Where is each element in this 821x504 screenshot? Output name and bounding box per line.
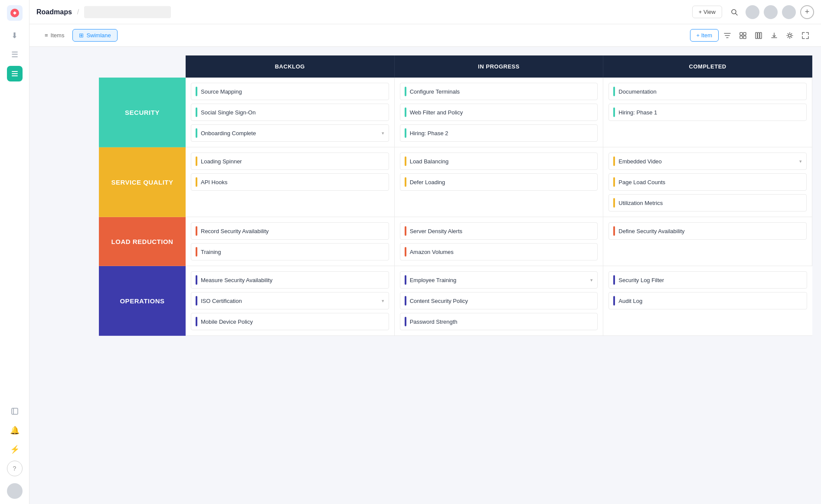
- card-define-security[interactable]: Define Security Availability: [608, 222, 807, 240]
- user-avatar-2[interactable]: [764, 5, 778, 19]
- card-accent: [196, 226, 197, 236]
- lane-operations-completed: Security Log Filter Audit Log: [603, 266, 812, 336]
- card-training[interactable]: Training: [191, 243, 389, 260]
- lane-security-backlog: Source Mapping Social Single Sign-On Onb…: [186, 78, 395, 147]
- user-avatar-3[interactable]: [782, 5, 796, 19]
- card-web-filter[interactable]: Web Filter and Policy: [400, 104, 598, 121]
- bell-icon[interactable]: 🔔: [7, 423, 23, 438]
- card-page-load-counts[interactable]: Page Load Counts: [608, 173, 807, 191]
- card-text: Amazon Volumes: [410, 249, 593, 255]
- card-accent: [613, 198, 615, 208]
- card-measure-security[interactable]: Measure Security Availability: [191, 271, 389, 289]
- settings-icon[interactable]: [783, 29, 797, 42]
- search-button[interactable]: [727, 5, 741, 19]
- card-accent: [613, 87, 615, 96]
- lane-operations-in-progress: Employee Training ▾ Content Security Pol…: [395, 266, 604, 336]
- card-iso-certification[interactable]: ISO Certification ▾: [191, 292, 389, 309]
- add-item-button[interactable]: + Item: [690, 29, 719, 42]
- svg-rect-10: [740, 36, 742, 39]
- card-api-hooks[interactable]: API Hooks: [191, 173, 389, 191]
- user-avatar-1[interactable]: [746, 5, 759, 19]
- card-utilization-metrics[interactable]: Utilization Metrics: [608, 194, 807, 211]
- col-header-in-progress: IN PROGRESS: [395, 55, 604, 78]
- card-server-density[interactable]: Server Density Alerts: [400, 222, 598, 240]
- app-header: Roadmaps / + View +: [29, 0, 821, 24]
- card-loading-spinner[interactable]: Loading Spinner: [191, 153, 389, 170]
- main-content: Roadmaps / + View + ≡ Items ⊞ Swimlane +…: [29, 0, 821, 504]
- card-load-balancing[interactable]: Load Balancing: [400, 153, 598, 170]
- card-defer-loading[interactable]: Defer Loading: [400, 173, 598, 191]
- roadmap-icon[interactable]: [7, 66, 23, 81]
- swimlane-icon: ⊞: [79, 32, 84, 39]
- card-text: Utilization Metrics: [618, 200, 802, 206]
- user-avatar[interactable]: [7, 483, 23, 499]
- group-icon[interactable]: [736, 29, 750, 42]
- tab-swimlane[interactable]: ⊞ Swimlane: [72, 29, 117, 42]
- card-record-security[interactable]: Record Security Availability: [191, 222, 389, 240]
- card-employee-training[interactable]: Employee Training ▾: [400, 271, 598, 289]
- lane-load-in-progress: Server Density Alerts Amazon Volumes: [395, 217, 604, 266]
- lane-label-security: SECURITY: [99, 78, 186, 147]
- card-text: Content Security Policy: [410, 298, 593, 304]
- lane-service-in-progress: Load Balancing Defer Loading: [395, 147, 604, 217]
- card-text: Loading Spinner: [201, 158, 384, 165]
- card-hiring-phase1[interactable]: Hiring: Phase 1: [608, 104, 807, 121]
- lightning-icon[interactable]: ⚡: [7, 442, 23, 457]
- col-header-completed: COMPLETED: [603, 55, 812, 78]
- app-logo[interactable]: [7, 5, 23, 21]
- lane-label-service: SERVICE QUALITY: [99, 147, 186, 217]
- card-password-strength[interactable]: Password Strength: [400, 313, 598, 330]
- chevron-down-icon: ▾: [799, 159, 802, 164]
- card-accent: [613, 296, 615, 306]
- chevron-down-icon: ▾: [382, 130, 384, 136]
- card-accent: [405, 87, 406, 96]
- sidebar: ⬇ ☰ 🔔 ⚡ ?: [0, 0, 29, 504]
- breadcrumb-input[interactable]: [84, 6, 171, 18]
- columns-icon[interactable]: [752, 29, 765, 42]
- card-onboarding-complete[interactable]: Onboarding Complete ▾: [191, 124, 389, 142]
- list-icon[interactable]: ☰: [7, 47, 23, 62]
- card-mobile-device[interactable]: Mobile Device Policy: [191, 313, 389, 330]
- card-configure-terminals[interactable]: Configure Terminals: [400, 83, 598, 100]
- add-member-button[interactable]: +: [800, 5, 814, 19]
- svg-rect-3: [12, 75, 18, 76]
- svg-rect-13: [758, 33, 759, 39]
- card-documentation[interactable]: Documentation: [608, 83, 807, 100]
- card-accent: [613, 226, 615, 236]
- fullscreen-icon[interactable]: [798, 29, 812, 42]
- download-icon[interactable]: ⬇: [7, 28, 23, 43]
- export-icon[interactable]: [767, 29, 781, 42]
- card-text: Social Single Sign-On: [201, 109, 384, 116]
- card-accent: [196, 107, 197, 117]
- svg-rect-4: [12, 408, 18, 414]
- card-accent: [405, 296, 406, 306]
- header-actions: +: [727, 5, 814, 19]
- page-title: Roadmaps: [36, 8, 72, 16]
- view-button[interactable]: + View: [692, 6, 722, 18]
- help-icon[interactable]: ?: [7, 461, 23, 476]
- card-embedded-video[interactable]: Embedded Video ▾: [608, 153, 807, 170]
- card-text: ISO Certification: [201, 298, 378, 304]
- card-text: Onboarding Complete: [201, 130, 378, 137]
- card-social-sso[interactable]: Social Single Sign-On: [191, 104, 389, 121]
- card-security-log-filter[interactable]: Security Log Filter: [608, 271, 807, 289]
- card-content-security-policy[interactable]: Content Security Policy: [400, 292, 598, 309]
- card-hiring-phase2[interactable]: Hiring: Phase 2: [400, 124, 598, 142]
- card-text: Define Security Availability: [618, 228, 802, 234]
- card-accent: [405, 275, 406, 285]
- contacts-icon[interactable]: [7, 403, 23, 419]
- tab-items[interactable]: ≡ Items: [38, 29, 71, 42]
- card-amazon-volumes[interactable]: Amazon Volumes: [400, 243, 598, 260]
- lane-load-backlog: Record Security Availability Training: [186, 217, 395, 266]
- filter-icon[interactable]: [720, 29, 734, 42]
- svg-rect-14: [760, 33, 762, 39]
- card-accent: [405, 226, 406, 236]
- card-source-mapping[interactable]: Source Mapping: [191, 83, 389, 100]
- card-accent: [196, 177, 197, 187]
- card-text: Documentation: [618, 88, 802, 95]
- card-accent: [196, 156, 197, 166]
- card-audit-log[interactable]: Audit Log: [608, 292, 807, 309]
- card-accent: [613, 275, 615, 285]
- card-text: Training: [201, 249, 384, 255]
- card-text: Hiring: Phase 2: [410, 130, 593, 137]
